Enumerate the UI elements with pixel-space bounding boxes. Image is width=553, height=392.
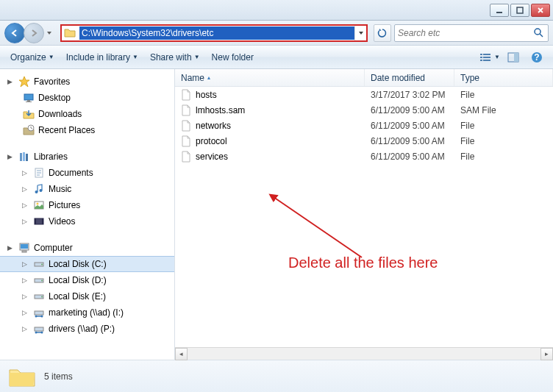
file-type-cell: File bbox=[454, 90, 553, 100]
computer-group[interactable]: ▶ Computer bbox=[0, 240, 174, 256]
sidebar-item-music[interactable]: ▷Music bbox=[0, 181, 174, 197]
music-icon bbox=[32, 182, 46, 196]
search-box[interactable] bbox=[394, 24, 549, 42]
desktop-icon bbox=[22, 91, 35, 104]
file-type-cell: File bbox=[454, 136, 553, 146]
svg-point-22 bbox=[40, 189, 43, 192]
svg-point-36 bbox=[41, 296, 43, 298]
sidebar-item-desktop[interactable]: Desktop bbox=[0, 90, 174, 106]
file-row[interactable]: networks6/11/2009 5:00 AMFile bbox=[175, 118, 553, 133]
navigation-pane[interactable]: ▶ Favorites Desktop Downloads Recent Pla… bbox=[0, 69, 175, 360]
svg-text:?: ? bbox=[534, 52, 539, 63]
file-date-cell: 6/11/2009 5:00 AM bbox=[365, 136, 454, 146]
help-button[interactable]: ? bbox=[527, 49, 547, 66]
column-header-type[interactable]: Type bbox=[454, 69, 553, 86]
include-library-menu[interactable]: Include in library▼ bbox=[62, 49, 143, 65]
command-bar: Organize▼ Include in library▼ Share with… bbox=[0, 46, 553, 69]
svg-rect-14 bbox=[27, 100, 30, 101]
drive-icon bbox=[32, 274, 46, 287]
refresh-button[interactable] bbox=[374, 24, 391, 42]
column-label: Name bbox=[181, 73, 204, 83]
sidebar-item-local-c[interactable]: ▷Local Disk (C:) bbox=[0, 256, 174, 272]
svg-rect-8 bbox=[483, 60, 490, 61]
svg-point-24 bbox=[37, 203, 39, 205]
tree-item-label: Recent Places bbox=[38, 125, 95, 135]
scroll-left-button[interactable]: ◂ bbox=[175, 348, 188, 360]
file-icon bbox=[181, 135, 193, 147]
preview-pane-button[interactable] bbox=[503, 49, 524, 66]
share-with-menu[interactable]: Share with▼ bbox=[146, 49, 204, 65]
file-list-pane: Name▴ Date modified Type hosts3/17/2017 … bbox=[175, 69, 553, 360]
include-label: Include in library bbox=[66, 52, 130, 63]
file-row[interactable]: lmhosts.sam6/11/2009 5:00 AMSAM File bbox=[175, 102, 553, 118]
svg-rect-0 bbox=[496, 12, 502, 13]
window-titlebar bbox=[0, 0, 553, 21]
column-header-date[interactable]: Date modified bbox=[365, 69, 454, 86]
svg-rect-40 bbox=[35, 327, 43, 331]
file-row[interactable]: hosts3/17/2017 3:02 PMFile bbox=[175, 87, 553, 102]
expand-icon: ▷ bbox=[22, 309, 29, 316]
organize-label: Organize bbox=[10, 52, 46, 63]
svg-rect-37 bbox=[35, 311, 43, 315]
file-date-cell: 3/17/2017 3:02 PM bbox=[365, 90, 454, 100]
chevron-down-icon: ▼ bbox=[49, 54, 54, 60]
address-path[interactable]: C:\Windows\System32\drivers\etc bbox=[79, 26, 354, 40]
sidebar-item-pictures[interactable]: ▷Pictures bbox=[0, 197, 174, 213]
file-row[interactable]: services6/11/2009 5:00 AMFile bbox=[175, 149, 553, 164]
collapse-icon: ▶ bbox=[7, 244, 15, 252]
svg-point-39 bbox=[41, 316, 43, 318]
sidebar-item-marketing[interactable]: ▷marketing (\\ad) (I:) bbox=[0, 304, 174, 321]
tree-item-label: Local Disk (D:) bbox=[49, 275, 107, 285]
tree-item-label: Music bbox=[49, 184, 71, 194]
minimize-button[interactable] bbox=[490, 4, 509, 17]
address-dropdown[interactable] bbox=[354, 26, 366, 40]
favorites-group[interactable]: ▶ Favorites bbox=[0, 74, 174, 90]
sidebar-item-downloads[interactable]: Downloads bbox=[0, 106, 174, 122]
organize-menu[interactable]: Organize▼ bbox=[6, 49, 59, 65]
tree-item-label: Local Disk (C:) bbox=[49, 259, 107, 269]
libraries-group[interactable]: ▶ Libraries bbox=[0, 149, 174, 165]
tree-item-label: Videos bbox=[49, 216, 75, 227]
file-date-cell: 6/11/2009 5:00 AM bbox=[365, 152, 454, 162]
svg-rect-29 bbox=[21, 244, 28, 249]
svg-rect-27 bbox=[42, 218, 43, 224]
svg-rect-30 bbox=[22, 251, 26, 252]
view-options-button[interactable]: ▼ bbox=[479, 49, 500, 66]
svg-rect-13 bbox=[24, 94, 33, 100]
file-name-cell: services bbox=[175, 151, 365, 163]
svg-point-42 bbox=[41, 332, 43, 334]
back-button[interactable] bbox=[4, 23, 25, 43]
collapse-icon: ▶ bbox=[7, 78, 15, 85]
sidebar-item-local-d[interactable]: ▷Local Disk (D:) bbox=[0, 272, 174, 288]
file-date-cell: 6/11/2009 5:00 AM bbox=[365, 121, 454, 131]
maximize-button[interactable] bbox=[510, 4, 529, 17]
expand-icon: ▷ bbox=[22, 185, 29, 193]
scroll-right-button[interactable]: ▸ bbox=[540, 348, 553, 360]
file-name-cell: hosts bbox=[175, 89, 365, 101]
history-dropdown[interactable] bbox=[44, 23, 54, 43]
horizontal-scrollbar[interactable]: ◂ ▸ bbox=[175, 347, 553, 360]
network-drive-icon bbox=[32, 322, 46, 335]
file-icon bbox=[181, 151, 193, 163]
svg-point-34 bbox=[41, 280, 43, 282]
videos-icon bbox=[32, 215, 46, 228]
svg-rect-4 bbox=[483, 54, 490, 55]
close-button[interactable] bbox=[531, 4, 550, 17]
expand-icon: ▷ bbox=[22, 260, 29, 268]
sidebar-item-documents[interactable]: ▷Documents bbox=[0, 165, 174, 181]
sidebar-item-drivers[interactable]: ▷drivers (\\ad) (P:) bbox=[0, 321, 174, 337]
search-input[interactable] bbox=[398, 28, 533, 38]
status-item-count: 5 items bbox=[44, 371, 73, 382]
file-row[interactable]: protocol6/11/2009 5:00 AMFile bbox=[175, 133, 553, 149]
column-header-name[interactable]: Name▴ bbox=[175, 69, 365, 86]
sidebar-item-recent[interactable]: Recent Places bbox=[0, 122, 174, 138]
file-list[interactable]: hosts3/17/2017 3:02 PMFilelmhosts.sam6/1… bbox=[175, 87, 553, 347]
new-folder-button[interactable]: New folder bbox=[207, 49, 258, 65]
tree-item-label: Documents bbox=[49, 168, 93, 178]
sort-indicator-icon: ▴ bbox=[207, 74, 210, 81]
main-area: ▶ Favorites Desktop Downloads Recent Pla… bbox=[0, 69, 553, 360]
sidebar-item-local-e[interactable]: ▷Local Disk (E:) bbox=[0, 288, 174, 304]
sidebar-item-videos[interactable]: ▷Videos bbox=[0, 213, 174, 229]
address-bar[interactable]: C:\Windows\System32\drivers\etc bbox=[60, 24, 368, 42]
forward-button[interactable] bbox=[24, 23, 44, 43]
